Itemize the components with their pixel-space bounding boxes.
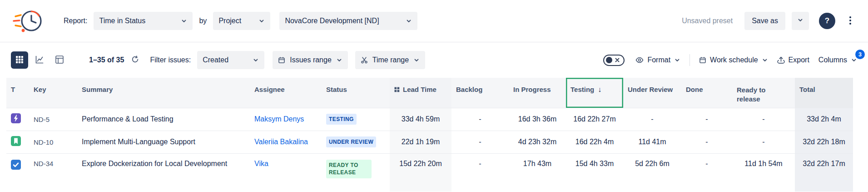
columns-button[interactable]: Columns bbox=[818, 56, 857, 64]
toggle-x-icon bbox=[615, 56, 620, 64]
ready-to-release-value: - bbox=[732, 131, 795, 153]
table-header-row: T Key Summary Assignee Status Lead Time … bbox=[6, 78, 853, 108]
format-button[interactable]: Format bbox=[635, 56, 680, 64]
grid-icon bbox=[15, 56, 24, 65]
assignee-link[interactable]: Valeriia Bakalina bbox=[254, 138, 308, 146]
issues-range-select[interactable]: Issues range bbox=[273, 51, 348, 69]
backlog-value: - bbox=[451, 153, 509, 192]
col-header-under-review[interactable]: Under Review bbox=[623, 78, 681, 108]
pivot-table-icon bbox=[55, 55, 64, 66]
in-progress-value: 4d 23h 32m bbox=[509, 131, 566, 153]
toolbar-right-group: Format Work schedule Export Columns bbox=[603, 54, 857, 66]
group-by-value: Project bbox=[218, 17, 241, 25]
view-switcher bbox=[11, 51, 68, 69]
display-toggle[interactable] bbox=[603, 55, 625, 66]
work-schedule-button[interactable]: Work schedule bbox=[699, 56, 768, 64]
testing-label: Testing bbox=[570, 86, 594, 93]
sort-descending-icon[interactable]: ↓ bbox=[598, 86, 601, 93]
project-select[interactable]: NovaCore Development [ND] bbox=[279, 12, 417, 30]
in-progress-value: 17h 43m bbox=[509, 153, 566, 192]
done-value: - bbox=[681, 153, 732, 192]
total-value: 32d 22h 18m bbox=[795, 131, 853, 153]
report-type-select[interactable]: Time in Status bbox=[94, 12, 193, 30]
issue-summary[interactable]: Performance & Load Testing bbox=[77, 108, 250, 131]
lead-time-label: Lead Time bbox=[403, 86, 436, 93]
top-bar: Report: Time in Status by Project NovaCo… bbox=[0, 0, 868, 42]
done-value: - bbox=[681, 131, 732, 153]
refresh-button[interactable] bbox=[129, 54, 141, 66]
task-issue-type-icon bbox=[11, 160, 21, 170]
testing-value: 16d 22h 4m bbox=[566, 131, 623, 153]
testing-value: 16d 22h 27m bbox=[566, 108, 623, 131]
chevron-down-icon bbox=[413, 57, 420, 63]
issue-row-nd-10[interactable]: ND-10 Implement Multi-Language Support V… bbox=[6, 131, 853, 153]
issue-key: ND-5 bbox=[29, 108, 77, 131]
group-by-select[interactable]: Project bbox=[213, 12, 270, 30]
project-value: NovaCore Development [ND] bbox=[285, 17, 379, 25]
report-toolbar: 1–35 of 35 Filter issues: Created Issues… bbox=[0, 42, 868, 78]
unsaved-preset-label: Unsaved preset bbox=[682, 17, 733, 25]
chevron-down-icon bbox=[253, 57, 259, 63]
help-button[interactable]: ? bbox=[819, 13, 835, 29]
pivot-view-button[interactable] bbox=[51, 51, 68, 69]
save-as-button[interactable]: Save as bbox=[744, 12, 785, 30]
col-header-summary[interactable]: Summary bbox=[77, 78, 250, 108]
save-as-dropdown-button[interactable] bbox=[792, 12, 809, 30]
columns-control: Columns 3 bbox=[818, 56, 857, 64]
assignee-link[interactable]: Maksym Denys bbox=[254, 115, 304, 123]
issue-row-nd-34[interactable]: ND-34 Explore Dockerization for Local De… bbox=[6, 153, 853, 192]
assignee-link[interactable]: Vika bbox=[254, 160, 268, 167]
columns-count-badge: 3 bbox=[855, 50, 865, 59]
col-header-key[interactable]: Key bbox=[29, 78, 77, 108]
col-header-testing[interactable]: Testing↓ bbox=[566, 78, 623, 108]
export-button[interactable]: Export bbox=[777, 56, 809, 64]
format-label: Format bbox=[647, 56, 670, 64]
lead-time-value: 33d 4h 59m bbox=[390, 108, 451, 131]
chevron-down-icon bbox=[258, 18, 265, 24]
col-header-assignee[interactable]: Assignee bbox=[250, 78, 322, 108]
issue-row-nd-5[interactable]: ND-5 Performance & Load Testing Maksym D… bbox=[6, 108, 853, 131]
chevron-down-icon bbox=[762, 57, 768, 63]
issue-summary[interactable]: Implement Multi-Language Support bbox=[77, 131, 250, 153]
time-range-select[interactable]: Time range bbox=[355, 51, 425, 69]
col-header-total[interactable]: Total bbox=[795, 78, 853, 108]
done-value: - bbox=[681, 108, 732, 131]
col-header-type[interactable]: T bbox=[6, 78, 29, 108]
toggle-knob bbox=[606, 57, 612, 63]
chart-view-button[interactable] bbox=[31, 51, 48, 69]
bolt-issue-type-icon bbox=[11, 113, 21, 123]
chevron-down-icon bbox=[674, 57, 680, 63]
more-options-button[interactable] bbox=[843, 12, 857, 30]
filter-field-value: Created bbox=[203, 56, 228, 64]
backlog-value: - bbox=[451, 108, 509, 131]
col-header-backlog[interactable]: Backlog bbox=[451, 78, 509, 108]
col-header-lead-time[interactable]: Lead Time bbox=[390, 78, 451, 108]
status-badge: UNDER REVIEW bbox=[326, 136, 376, 148]
under-review-value: 11d 41m bbox=[623, 131, 681, 153]
story-issue-type-icon bbox=[11, 136, 21, 146]
question-mark-icon: ? bbox=[825, 16, 829, 25]
calendar-icon bbox=[278, 56, 285, 64]
by-label: by bbox=[199, 17, 207, 25]
lead-time-value: 15d 22h 20m bbox=[390, 153, 451, 192]
time-range-label: Time range bbox=[372, 56, 409, 64]
col-header-done[interactable]: Done bbox=[681, 78, 732, 108]
in-progress-value: 16d 3h 36m bbox=[509, 108, 566, 131]
total-value: 33d 2h 4m bbox=[795, 108, 853, 131]
filter-field-select[interactable]: Created bbox=[197, 51, 264, 69]
ready-to-release-label: Ready to release bbox=[737, 86, 772, 104]
total-value: 32d 22h 17m bbox=[795, 153, 853, 192]
issue-type-cell bbox=[6, 108, 29, 131]
col-header-status[interactable]: Status bbox=[322, 78, 390, 108]
table-view-button[interactable] bbox=[11, 51, 28, 69]
issue-summary[interactable]: Explore Dockerization for Local Developm… bbox=[77, 153, 250, 192]
lead-time-value: 22d 1h 19m bbox=[390, 131, 451, 153]
col-header-ready-to-release[interactable]: Ready to release bbox=[732, 78, 795, 108]
status-badge: TESTING bbox=[326, 114, 357, 125]
col-header-in-progress[interactable]: In Progress bbox=[509, 78, 566, 108]
status-badge: READY TO RELEASE bbox=[326, 160, 372, 179]
under-review-value: - bbox=[623, 108, 681, 131]
filter-issues-label: Filter issues: bbox=[150, 56, 191, 64]
issues-range-label: Issues range bbox=[290, 56, 332, 64]
refresh-icon bbox=[131, 56, 139, 65]
